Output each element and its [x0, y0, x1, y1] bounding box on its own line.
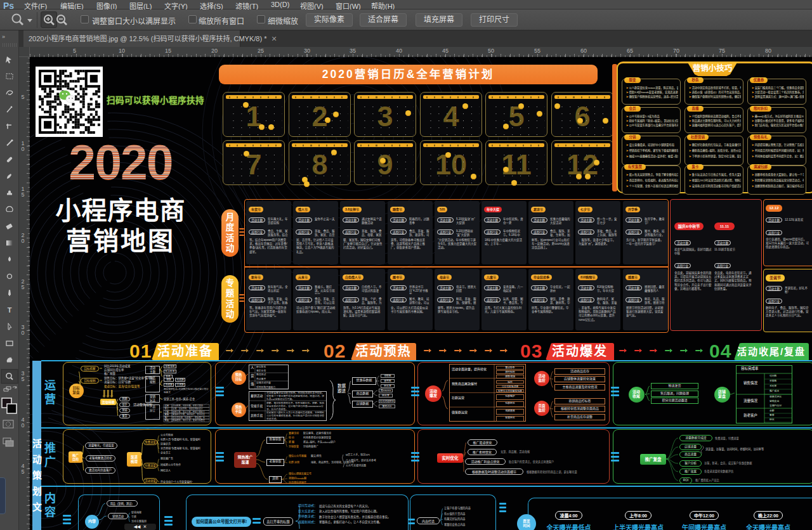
svg-text:T: T — [8, 306, 12, 314]
